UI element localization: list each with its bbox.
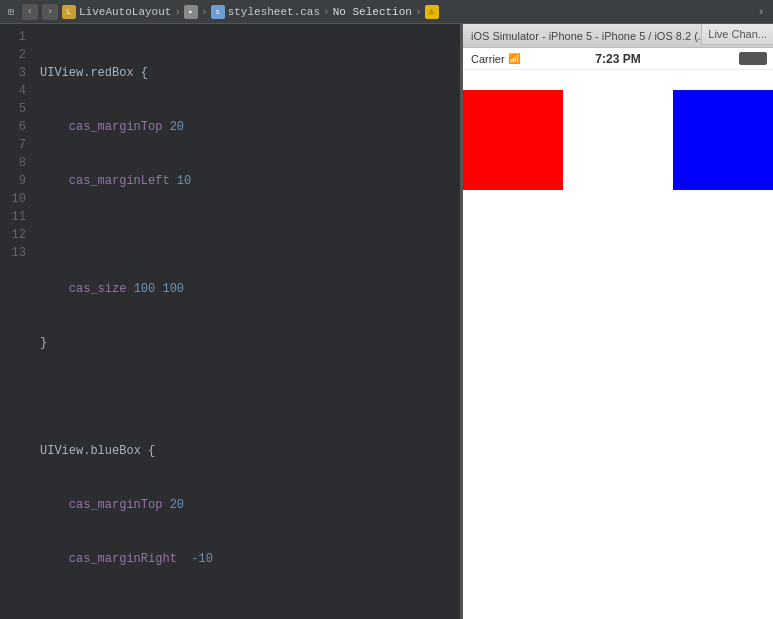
line-num-2: 2 bbox=[4, 46, 26, 64]
line-num-10: 10 bbox=[4, 190, 26, 208]
folder2-icon: ▸ bbox=[184, 5, 198, 19]
top-bar: ⊞ ‹ › L LiveAutoLayout › ▸ › s styleshee… bbox=[0, 0, 773, 24]
code-line-6: } bbox=[40, 334, 452, 352]
code-line-8: UIView.blueBox { bbox=[40, 442, 452, 460]
line-num-5: 5 bbox=[4, 100, 26, 118]
top-bar-icons: ⊞ bbox=[4, 5, 18, 19]
no-selection-label: No Selection bbox=[333, 6, 412, 18]
line-num-1: 1 bbox=[4, 28, 26, 46]
nav-forward-button[interactable]: › bbox=[42, 4, 58, 20]
status-carrier: Carrier 📶 bbox=[471, 53, 520, 65]
line-num-12: 12 bbox=[4, 226, 26, 244]
line-num-11: 11 bbox=[4, 208, 26, 226]
nav-back-button[interactable]: ‹ bbox=[22, 4, 38, 20]
wifi-icon: 📶 bbox=[508, 53, 520, 64]
status-time: 7:23 PM bbox=[595, 52, 640, 66]
breadcrumb: L LiveAutoLayout › ▸ › s stylesheet.cas … bbox=[62, 5, 749, 19]
simulator-title: iOS Simulator - iPhone 5 - iPhone 5 / iO… bbox=[471, 30, 707, 42]
file-icon: s bbox=[211, 5, 225, 19]
line-num-3: 3 bbox=[4, 64, 26, 82]
more-button[interactable]: › bbox=[753, 4, 769, 20]
breadcrumb-folder[interactable]: LiveAutoLayout bbox=[79, 6, 171, 18]
code-line-10: cas_marginRight -10 bbox=[40, 550, 452, 568]
breadcrumb-sep1: › bbox=[174, 6, 181, 18]
code-line-2: cas_marginTop 20 bbox=[40, 118, 452, 136]
code-line-11 bbox=[40, 604, 452, 619]
simulator-content: Carrier 📶 7:23 PM bbox=[463, 48, 773, 619]
line-numbers: 1 2 3 4 5 6 7 8 9 10 11 12 13 bbox=[0, 24, 32, 619]
line-num-4: 4 bbox=[4, 82, 26, 100]
breadcrumb-file[interactable]: stylesheet.cas bbox=[228, 6, 320, 18]
code-line-7 bbox=[40, 388, 452, 406]
line-num-6: 6 bbox=[4, 118, 26, 136]
line-num-8: 8 bbox=[4, 154, 26, 172]
code-line-5: cas_size 100 100 bbox=[40, 280, 452, 298]
iphone-screen bbox=[463, 70, 773, 619]
live-change-label: Live Chan... bbox=[701, 24, 773, 45]
blue-box bbox=[673, 90, 773, 190]
code-line-3: cas_marginLeft 10 bbox=[40, 172, 452, 190]
carrier-label: Carrier bbox=[471, 53, 505, 65]
red-box bbox=[463, 90, 563, 190]
breadcrumb-sep3: › bbox=[323, 6, 330, 18]
main-area: 1 2 3 4 5 6 7 8 9 10 11 12 13 UIView.red… bbox=[0, 24, 773, 619]
line-num-13: 13 bbox=[4, 244, 26, 262]
code-lines[interactable]: UIView.redBox { cas_marginTop 20 cas_mar… bbox=[32, 24, 460, 619]
code-line-4 bbox=[40, 226, 452, 244]
simulator-panel: iOS Simulator - iPhone 5 - iPhone 5 / iO… bbox=[463, 24, 773, 619]
code-line-1: UIView.redBox { bbox=[40, 64, 452, 82]
line-num-7: 7 bbox=[4, 136, 26, 154]
warning-icon: ⚠ bbox=[425, 5, 439, 19]
grid-icon[interactable]: ⊞ bbox=[4, 5, 18, 19]
breadcrumb-sep4: › bbox=[415, 6, 422, 18]
code-editor[interactable]: 1 2 3 4 5 6 7 8 9 10 11 12 13 UIView.red… bbox=[0, 24, 460, 619]
folder-icon: L bbox=[62, 5, 76, 19]
breadcrumb-sep2: › bbox=[201, 6, 208, 18]
iphone-statusbar: Carrier 📶 7:23 PM bbox=[463, 48, 773, 70]
code-line-9: cas_marginTop 20 bbox=[40, 496, 452, 514]
line-num-9: 9 bbox=[4, 172, 26, 190]
battery-icon bbox=[739, 52, 767, 65]
